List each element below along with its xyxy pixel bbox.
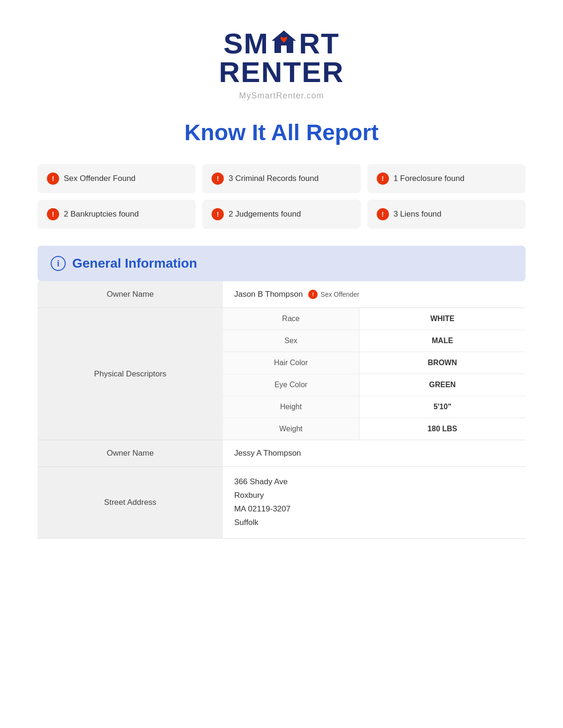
- alert-label-liens: 3 Liens found: [394, 210, 441, 219]
- alert-icon-criminal: !: [212, 173, 224, 185]
- hair-color-label: Hair Color: [223, 352, 359, 374]
- height-value: 5'10": [359, 396, 525, 418]
- logo-section: SM RT RENTER MySmartRenter.com: [38, 28, 525, 101]
- owner-row-1: Owner Name Jason B Thompson ! Sex Offend…: [38, 281, 525, 308]
- alert-label-foreclosure: 1 Foreclosure found: [394, 174, 464, 183]
- eye-color-row: Eye Color GREEN: [223, 374, 525, 396]
- race-row: Race WHITE: [223, 308, 525, 330]
- alert-badge-criminal: ! 3 Criminal Records found: [202, 164, 360, 193]
- sex-offender-badge-label: Sex Offender: [320, 291, 359, 298]
- alert-label-sex-offender: Sex Offender Found: [64, 174, 136, 183]
- height-row: Height 5'10": [223, 396, 525, 418]
- hair-color-row: Hair Color BROWN: [223, 352, 525, 374]
- owner-value-1: Jason B Thompson ! Sex Offender: [223, 281, 525, 308]
- alert-badge-foreclosure: ! 1 Foreclosure found: [367, 164, 525, 193]
- alert-badge-bankruptcies: ! 2 Bankruptcies found: [38, 200, 196, 229]
- physical-sub-table: Race WHITE Sex MALE Hair Color BROWN Eye…: [223, 308, 525, 440]
- address-label: Street Address: [38, 467, 223, 539]
- alert-icon-liens: !: [377, 208, 389, 220]
- sex-offender-badge: ! Sex Offender: [308, 290, 359, 299]
- info-icon: i: [51, 256, 66, 271]
- owner-value-2: Jessy A Thompson: [223, 440, 525, 467]
- race-label: Race: [223, 308, 359, 330]
- logo-house-icon: [270, 28, 298, 56]
- weight-value: 180 LBS: [359, 418, 525, 440]
- logo-text-line1: SM: [223, 28, 269, 59]
- alert-label-bankruptcies: 2 Bankruptcies found: [64, 210, 139, 219]
- alert-label-criminal: 3 Criminal Records found: [228, 174, 319, 183]
- owner-label-2: Owner Name: [38, 440, 223, 467]
- logo-tagline: MySmartRenter.com: [239, 91, 324, 101]
- alert-grid: ! Sex Offender Found ! 3 Criminal Record…: [38, 164, 525, 229]
- race-value: WHITE: [359, 308, 525, 330]
- logo-text-line1b: RT: [299, 28, 340, 59]
- alert-icon-foreclosure: !: [377, 173, 389, 185]
- owner-name-container: Jason B Thompson ! Sex Offender: [234, 290, 514, 299]
- alert-badge-judgements: ! 2 Judgements found: [202, 200, 360, 229]
- physical-label: Physical Descriptors: [38, 308, 223, 440]
- eye-color-label: Eye Color: [223, 374, 359, 396]
- owner-row-2: Owner Name Jessy A Thompson: [38, 440, 525, 467]
- eye-color-value: GREEN: [359, 374, 525, 396]
- sex-label: Sex: [223, 330, 359, 352]
- hair-color-value: BROWN: [359, 352, 525, 374]
- alert-badge-liens: ! 3 Liens found: [367, 200, 525, 229]
- general-info-header: i General Information: [38, 246, 525, 281]
- logo-text-line2: RENTER: [219, 57, 344, 87]
- sex-row: Sex MALE: [223, 330, 525, 352]
- logo-container: SM RT RENTER MySmartRenter.com: [219, 28, 344, 101]
- alert-label-judgements: 2 Judgements found: [228, 210, 301, 219]
- physical-value-cell: Race WHITE Sex MALE Hair Color BROWN Eye…: [223, 308, 525, 440]
- owner-label-1: Owner Name: [38, 281, 223, 308]
- alert-icon-sex-offender: !: [47, 173, 59, 185]
- owner-name-text-1: Jason B Thompson: [234, 290, 303, 299]
- report-title: Know It All Report: [38, 120, 525, 145]
- address-value: 366 Shady Ave Roxbury MA 02119-3207 Suff…: [223, 467, 525, 539]
- sex-offender-badge-icon: !: [308, 290, 318, 299]
- weight-row: Weight 180 LBS: [223, 418, 525, 440]
- sex-value: MALE: [359, 330, 525, 352]
- alert-badge-sex-offender: ! Sex Offender Found: [38, 164, 196, 193]
- address-row: Street Address 366 Shady Ave Roxbury MA …: [38, 467, 525, 539]
- height-label: Height: [223, 396, 359, 418]
- weight-label: Weight: [223, 418, 359, 440]
- alert-icon-judgements: !: [212, 208, 224, 220]
- section-title: General Information: [72, 256, 197, 271]
- alert-icon-bankruptcies: !: [47, 208, 59, 220]
- general-info-table: Owner Name Jason B Thompson ! Sex Offend…: [38, 281, 525, 539]
- physical-descriptors-row: Physical Descriptors Race WHITE Sex MALE…: [38, 308, 525, 440]
